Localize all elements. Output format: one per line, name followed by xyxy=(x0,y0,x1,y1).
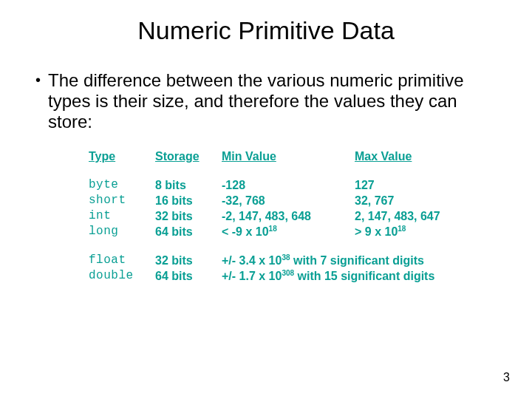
row-float-desc-pre: +/- 3.4 x 10 xyxy=(222,254,282,267)
row-double-desc-pre: +/- 1.7 x 10 xyxy=(222,270,282,282)
row-float-desc: +/- 3.4 x 1038 with 7 significant digits xyxy=(222,239,499,268)
row-int-storage: 32 bits xyxy=(155,208,222,224)
row-double-desc-exp: 308 xyxy=(282,269,294,277)
row-long-max-pre: > 9 x 10 xyxy=(355,225,398,238)
page-number: 3 xyxy=(503,371,510,384)
row-long-storage: 64 bits xyxy=(155,224,222,239)
row-float-desc-exp: 38 xyxy=(282,253,290,262)
row-long-min-exp: 18 xyxy=(269,225,277,233)
row-double-desc-post: with 15 significant digits xyxy=(294,270,434,282)
row-float-storage: 32 bits xyxy=(155,239,222,268)
row-double-desc: +/- 1.7 x 10308 with 15 significant digi… xyxy=(222,268,499,284)
header-type: Type xyxy=(89,149,155,177)
row-int-max: 2, 147, 483, 647 xyxy=(355,208,499,224)
row-double-type: double xyxy=(89,268,155,284)
row-short-type: short xyxy=(89,193,155,208)
row-float-desc-post: with 7 significant digits xyxy=(290,254,424,267)
row-byte-storage: 8 bits xyxy=(155,177,222,193)
row-short-storage: 16 bits xyxy=(155,193,222,208)
row-int-min: -2, 147, 483, 648 xyxy=(222,208,355,224)
header-min: Min Value xyxy=(222,149,355,177)
row-long-max-exp: 18 xyxy=(398,225,406,233)
row-long-max: > 9 x 1018 xyxy=(355,224,499,239)
row-short-min: -32, 768 xyxy=(222,193,355,208)
header-max: Max Value xyxy=(355,149,499,177)
row-long-min-pre: < -9 x 10 xyxy=(222,225,269,238)
row-float-type: float xyxy=(89,239,155,268)
row-long-min: < -9 x 1018 xyxy=(222,224,355,239)
row-short-max: 32, 767 xyxy=(355,193,499,208)
bullet-text: The difference between the various numer… xyxy=(48,70,497,132)
bullet-dot: • xyxy=(35,70,41,89)
slide-title: Numeric Primitive Data xyxy=(0,16,532,45)
row-long-type: long xyxy=(89,224,155,239)
header-storage: Storage xyxy=(155,149,222,177)
bullet-block: • The difference between the various num… xyxy=(35,70,497,132)
row-int-type: int xyxy=(89,208,155,224)
row-byte-min: -128 xyxy=(222,177,355,193)
row-byte-max: 127 xyxy=(355,177,499,193)
row-double-storage: 64 bits xyxy=(155,268,222,284)
types-table: Type Storage Min Value Max Value byte 8 … xyxy=(89,149,499,284)
row-byte-type: byte xyxy=(89,177,155,193)
